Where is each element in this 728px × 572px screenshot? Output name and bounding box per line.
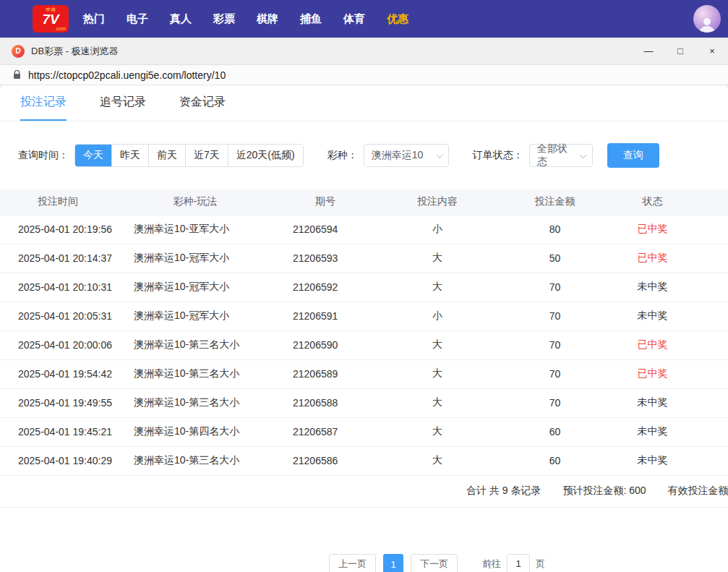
cell-bet-time: 2025-04-01 19:40:29 — [0, 446, 116, 475]
site-logo[interactable]: 申博 7V .com — [33, 5, 69, 33]
address-bar[interactable]: https://ctopcp02pcali.uengi5e.com/lotter… — [0, 65, 728, 85]
top-navbar: 申博 7V .com 热门电子真人彩票棋牌捕鱼体育优惠 — [0, 0, 728, 38]
site-favicon-icon: D — [12, 45, 25, 58]
spacer — [694, 388, 728, 417]
cell-bet-time: 2025-04-01 20:05:31 — [0, 302, 116, 330]
status-badge: 已中奖 — [638, 367, 668, 379]
spacer — [694, 273, 728, 302]
cell-period: 21206592 — [275, 273, 376, 302]
cell-bet-time: 2025-04-01 19:45:21 — [0, 417, 116, 446]
status-badge: 未中奖 — [638, 281, 668, 292]
goto-page-input[interactable] — [507, 554, 530, 572]
tab-item[interactable]: 资金记录 — [179, 85, 226, 121]
minimize-icon[interactable]: — — [633, 38, 664, 64]
spacer — [694, 359, 728, 388]
spacer — [694, 215, 728, 244]
table-row: 2025-04-01 19:45:21澳洲幸运10-第四名大小21206587大… — [0, 417, 728, 446]
valid-bet-amount: 有效投注金额 — [668, 485, 728, 498]
column-header: 彩种-玩法 — [116, 189, 275, 215]
table-row: 2025-04-01 20:05:31澳洲幸运10-冠军大小21206591小7… — [0, 302, 728, 330]
cell-bet-content: 大 — [376, 359, 499, 388]
filter-bar: 查询时间： 今天昨天前天近7天近20天(低频) 彩种： 澳洲幸运10 订单状态：… — [0, 143, 728, 168]
nav-item[interactable]: 棋牌 — [257, 12, 278, 26]
nav-item[interactable]: 彩票 — [213, 12, 235, 26]
table-row: 2025-04-01 19:54:42澳洲幸运10-第三名大小21206589大… — [0, 359, 728, 388]
cell-status: 已中奖 — [611, 330, 694, 359]
cell-period: 21206590 — [275, 330, 376, 359]
cell-period: 21206588 — [275, 388, 376, 417]
time-filter-option[interactable]: 前天 — [148, 145, 185, 166]
spacer — [694, 330, 728, 359]
time-filter-option[interactable]: 近7天 — [185, 145, 228, 166]
close-icon[interactable]: × — [696, 38, 728, 64]
cell-game-play: 澳洲幸运10-冠军大小 — [116, 302, 275, 330]
lottery-label: 彩种： — [327, 149, 358, 162]
table-row: 2025-04-01 20:14:37澳洲幸运10-冠军大小21206593大5… — [0, 244, 728, 273]
nav-item[interactable]: 体育 — [343, 12, 365, 26]
spacer — [694, 302, 728, 330]
window-controls: — □ × — [633, 38, 728, 64]
cell-status: 未中奖 — [611, 446, 694, 475]
next-page-button[interactable]: 下一页 — [411, 554, 458, 572]
cell-bet-amount: 70 — [499, 330, 611, 359]
cell-game-play: 澳洲幸运10-第三名大小 — [116, 330, 275, 359]
cell-bet-amount: 70 — [499, 388, 611, 417]
nav-item[interactable]: 捕鱼 — [300, 12, 322, 26]
user-avatar[interactable] — [693, 5, 721, 33]
tab-item[interactable]: 投注记录 — [20, 85, 67, 121]
summary-row: 合计 共 9 条记录 预计投注金额: 600 有效投注金额 — [0, 476, 728, 508]
chevron-down-icon — [436, 151, 443, 158]
goto-page: 前往 页 — [482, 554, 545, 572]
cell-bet-content: 大 — [376, 446, 499, 475]
table-row: 2025-04-01 20:00:06澳洲幸运10-第三名大小21206590大… — [0, 330, 728, 359]
nav-item[interactable]: 热门 — [83, 12, 105, 26]
cell-bet-content: 小 — [376, 215, 499, 244]
nav-item[interactable]: 优惠 — [387, 12, 408, 26]
spacer — [694, 417, 728, 446]
goto-unit: 页 — [536, 558, 545, 571]
column-header: 投注内容 — [376, 189, 499, 215]
nav-item[interactable]: 电子 — [127, 12, 148, 26]
order-status-select[interactable]: 全部状态 — [529, 144, 593, 167]
window-title: DB彩票 - 极速浏览器 — [31, 45, 119, 58]
cell-status: 已中奖 — [611, 244, 694, 273]
time-filter-option[interactable]: 今天 — [75, 145, 111, 166]
cell-bet-content: 大 — [376, 244, 499, 273]
order-status-value: 全部状态 — [537, 142, 574, 168]
person-icon — [698, 15, 716, 33]
lottery-select[interactable]: 澳洲幸运10 — [364, 144, 449, 167]
cell-bet-amount: 60 — [499, 446, 611, 475]
nav-menu: 热门电子真人彩票棋牌捕鱼体育优惠 — [83, 12, 408, 26]
cell-bet-content: 大 — [376, 273, 499, 302]
expected-bet-amount: 预计投注金额: 600 — [562, 485, 646, 498]
time-filter-option[interactable]: 昨天 — [111, 145, 148, 166]
cell-status: 未中奖 — [611, 417, 694, 446]
cell-game-play: 澳洲幸运10-亚军大小 — [116, 215, 275, 244]
prev-page-button[interactable]: 上一页 — [329, 554, 376, 572]
cell-period: 21206591 — [275, 302, 376, 330]
time-filter-group: 今天昨天前天近7天近20天(低频) — [74, 144, 304, 167]
time-filter-option[interactable]: 近20天(低频) — [228, 145, 303, 166]
cell-period: 21206587 — [275, 417, 376, 446]
search-button[interactable]: 查询 — [607, 143, 659, 168]
cell-bet-time: 2025-04-01 19:54:42 — [0, 359, 116, 388]
cell-bet-amount: 50 — [499, 244, 611, 273]
spacer — [694, 446, 728, 475]
table-header-row: 投注时间彩种-玩法期号投注内容投注金额状态 — [0, 189, 728, 215]
cell-period: 21206593 — [275, 244, 376, 273]
lock-icon — [13, 70, 21, 80]
table-body: 2025-04-01 20:19:56澳洲幸运10-亚军大小21206594小8… — [0, 215, 728, 475]
time-filter-label: 查询时间： — [18, 149, 69, 162]
status-badge: 已中奖 — [638, 338, 668, 350]
nav-item[interactable]: 真人 — [170, 12, 192, 26]
tab-item[interactable]: 追号记录 — [100, 85, 146, 121]
cell-game-play: 澳洲幸运10-第三名大小 — [116, 359, 275, 388]
status-badge: 未中奖 — [638, 425, 668, 437]
page-number-button[interactable]: 1 — [383, 554, 403, 572]
record-count: 合计 共 9 条记录 — [466, 485, 541, 498]
cell-bet-time: 2025-04-01 20:00:06 — [0, 330, 116, 359]
column-header: 期号 — [275, 189, 376, 215]
cell-bet-time: 2025-04-01 20:10:31 — [0, 273, 116, 302]
maximize-icon[interactable]: □ — [664, 38, 696, 64]
spacer — [694, 189, 728, 215]
